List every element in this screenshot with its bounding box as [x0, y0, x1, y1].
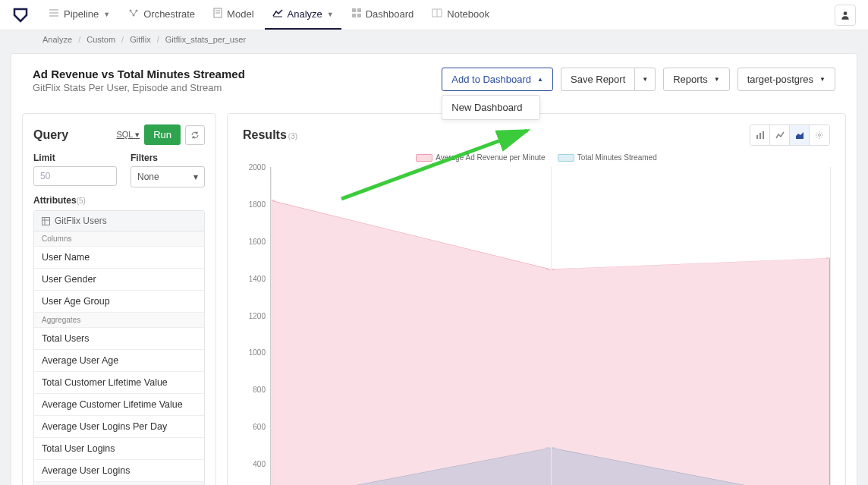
- breadcrumb: Analyze/Custom/Gitflix/Gitflix_stats_per…: [0, 30, 868, 44]
- caret-up-icon: ▲: [537, 76, 543, 83]
- add-to-dashboard-label: Add to Dashboard: [451, 74, 531, 85]
- limit-label: Limit: [33, 153, 117, 163]
- user-icon: [840, 10, 851, 20]
- query-panel-title: Query: [33, 128, 68, 142]
- nav-icon: [213, 8, 222, 20]
- svg-point-25: [819, 134, 821, 137]
- breadcrumb-item[interactable]: Custom: [83, 35, 118, 44]
- connection-selector[interactable]: target-postgres ▼: [737, 68, 835, 91]
- attribute-item[interactable]: Total User Logins: [34, 438, 204, 460]
- y-tick: 1200: [249, 311, 266, 320]
- attribute-item[interactable]: Total Customer Lifetime Value: [34, 372, 204, 394]
- caret-down-icon: ▼: [819, 76, 826, 83]
- filters-label: Filters: [131, 153, 205, 163]
- query-panel: Query SQL ▾ Run Limit Filters None ▾: [22, 113, 216, 485]
- page-title: Ad Revenue vs Total Minutes Streamed: [33, 68, 245, 80]
- y-tick: 400: [253, 460, 266, 468]
- nav-analyze[interactable]: Analyze▼: [265, 0, 341, 30]
- chevron-down-icon: ▼: [103, 11, 110, 18]
- attribute-item[interactable]: Average User Logins Per Day: [34, 416, 204, 438]
- svg-rect-9: [352, 8, 356, 12]
- y-tick: 800: [253, 386, 266, 394]
- refresh-icon: [190, 131, 200, 140]
- add-to-dashboard-menu[interactable]: New Dashboard: [442, 95, 540, 120]
- y-tick: 1800: [249, 200, 266, 208]
- results-panel: Results(3) Average Ad Revenue per Minute…: [227, 113, 846, 485]
- caret-down-icon: ▾: [135, 130, 140, 139]
- nav-dashboard[interactable]: Dashboard: [344, 0, 422, 30]
- sql-toggle[interactable]: SQL ▾: [116, 130, 140, 140]
- attribute-group[interactable]: GitFlix Streams: [34, 482, 204, 485]
- caret-down-icon: ▼: [714, 76, 720, 83]
- attribute-item[interactable]: User Age Group: [34, 291, 204, 313]
- new-dashboard-menu-item[interactable]: New Dashboard: [451, 102, 530, 113]
- attribute-item[interactable]: Average User Age: [34, 350, 204, 372]
- breadcrumb-item[interactable]: Gitflix_stats_per_user: [162, 35, 249, 44]
- attributes-label: Attributes: [33, 195, 77, 206]
- chart-area: Average Ad Revenue per MinuteTotal Minut…: [243, 153, 830, 485]
- area-chart-icon[interactable]: [790, 125, 810, 145]
- chevron-down-icon: ▼: [327, 11, 334, 18]
- save-report-button[interactable]: Save Report: [561, 68, 634, 91]
- nav-pipeline[interactable]: Pipeline▼: [41, 0, 118, 30]
- y-tick: 1400: [249, 274, 266, 282]
- attribute-group[interactable]: GitFlix Users: [34, 211, 204, 231]
- nav-icon: [352, 8, 361, 20]
- caret-down-icon: ▾: [193, 172, 198, 182]
- nav-icon: [128, 8, 139, 20]
- nav-model[interactable]: Model: [206, 0, 261, 30]
- svg-rect-16: [42, 217, 50, 225]
- svg-rect-11: [352, 14, 356, 17]
- attribute-item[interactable]: User Name: [34, 247, 204, 269]
- y-tick: 600: [253, 423, 266, 431]
- y-tick: 1600: [249, 237, 266, 245]
- attribute-item[interactable]: User Gender: [34, 269, 204, 291]
- bar-chart-icon[interactable]: [750, 125, 770, 145]
- svg-rect-22: [756, 135, 758, 139]
- caret-down-icon: ▼: [642, 76, 648, 83]
- svg-point-15: [844, 11, 848, 15]
- svg-rect-24: [763, 131, 764, 139]
- chart-type-toolbar: [750, 124, 830, 146]
- nav-icon: [432, 8, 442, 20]
- top-nav: Pipeline▼OrchestrateModelAnalyze▼Dashboa…: [0, 0, 868, 30]
- attribute-item[interactable]: Average User Logins: [34, 460, 204, 482]
- y-tick: 2000: [249, 163, 266, 172]
- breadcrumb-item[interactable]: Gitflix: [127, 35, 154, 44]
- svg-rect-10: [357, 8, 361, 12]
- nav-notebook[interactable]: Notebook: [424, 0, 497, 30]
- filters-select[interactable]: None ▾: [131, 166, 205, 187]
- nav-icon: [49, 8, 59, 20]
- save-report-dropdown-button[interactable]: ▼: [634, 68, 656, 91]
- breadcrumb-item[interactable]: Analyze: [39, 35, 75, 44]
- reports-button[interactable]: Reports ▼: [663, 68, 729, 91]
- page-header: Ad Revenue vs Total Minutes Streamed Git…: [11, 53, 857, 102]
- svg-rect-12: [357, 14, 361, 17]
- nav-icon: [272, 8, 283, 20]
- results-title: Results(3): [243, 128, 297, 142]
- legend-item: Average Ad Revenue per Minute: [416, 153, 545, 162]
- app-logo[interactable]: [12, 7, 29, 24]
- refresh-button[interactable]: [185, 125, 205, 145]
- run-button[interactable]: Run: [144, 124, 181, 145]
- page-subtitle: GitFlix Stats Per User, Episode and Stre…: [33, 82, 245, 93]
- line-chart-icon[interactable]: [770, 125, 790, 145]
- add-to-dashboard-button[interactable]: Add to Dashboard ▲: [442, 68, 553, 91]
- settings-icon[interactable]: [810, 125, 829, 145]
- nav-orchestrate[interactable]: Orchestrate: [121, 0, 203, 30]
- user-menu-button[interactable]: [835, 5, 856, 26]
- attribute-item[interactable]: Average Customer Lifetime Value: [34, 394, 204, 416]
- y-tick: 1000: [249, 348, 266, 357]
- limit-input[interactable]: [33, 166, 117, 186]
- svg-rect-23: [760, 133, 761, 139]
- attribute-item[interactable]: Total Users: [34, 328, 204, 350]
- table-icon: [42, 217, 50, 225]
- legend-item: Total Minutes Streamed: [558, 153, 657, 162]
